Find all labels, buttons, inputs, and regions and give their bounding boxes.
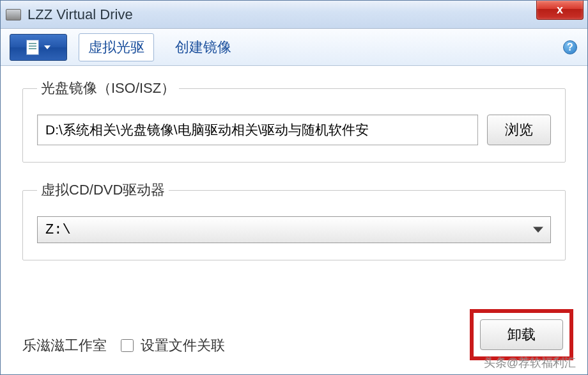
- application-window: LZZ Virtual Drive x 虚拟光驱 创建镜像 ? 光盘镜像（ISO…: [0, 0, 588, 375]
- organize-menu-button[interactable]: [10, 34, 67, 61]
- app-icon: [6, 9, 21, 20]
- toolbar: 虚拟光驱 创建镜像 ?: [1, 29, 587, 66]
- drive-select-wrap: Z:\: [37, 216, 551, 243]
- virtual-drive-group: 虚拟CD/DVD驱动器 Z:\: [22, 180, 566, 260]
- chevron-down-icon: [44, 45, 50, 49]
- footer: 乐滋滋工作室 设置文件关联 卸载: [1, 336, 587, 355]
- iso-group-legend: 光盘镜像（ISO/ISZ）: [37, 79, 179, 98]
- drive-letter-select[interactable]: Z:\: [37, 216, 551, 243]
- unload-button[interactable]: 卸载: [480, 319, 563, 350]
- iso-image-group: 光盘镜像（ISO/ISZ） 浏览: [22, 79, 566, 163]
- studio-label: 乐滋滋工作室: [22, 336, 107, 355]
- assoc-checkbox-label: 设置文件关联: [141, 336, 225, 355]
- close-icon: x: [557, 3, 563, 17]
- close-button[interactable]: x: [536, 1, 584, 20]
- document-icon: [26, 40, 39, 55]
- content-area: 光盘镜像（ISO/ISZ） 浏览 虚拟CD/DVD驱动器 Z:\: [1, 66, 587, 285]
- tab-create-image[interactable]: 创建镜像: [166, 33, 241, 61]
- browse-button[interactable]: 浏览: [487, 115, 551, 145]
- assoc-checkbox-input[interactable]: [121, 339, 134, 352]
- drive-group-legend: 虚拟CD/DVD驱动器: [37, 180, 169, 200]
- titlebar[interactable]: LZZ Virtual Drive x: [1, 1, 587, 29]
- iso-path-input[interactable]: [37, 115, 478, 145]
- tab-virtual-drive[interactable]: 虚拟光驱: [79, 33, 154, 61]
- unload-highlight-frame: 卸载: [470, 309, 573, 360]
- help-icon[interactable]: ?: [563, 40, 577, 54]
- window-title: LZZ Virtual Drive: [27, 6, 133, 23]
- file-association-checkbox[interactable]: 设置文件关联: [118, 336, 225, 355]
